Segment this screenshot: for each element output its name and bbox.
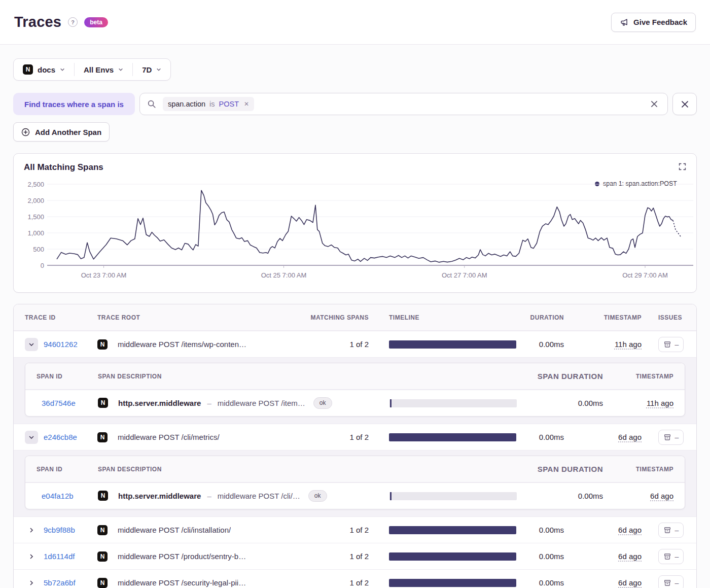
trace-timestamp[interactable]: 6d ago — [618, 526, 642, 534]
span-column-header-span-duration: SPAN DURATION — [520, 372, 616, 381]
trace-id-link[interactable]: 94601262 — [44, 340, 78, 349]
trace-root-cell: Nmiddleware POST /cli/metrics/ — [97, 432, 280, 442]
trace-id-cell: e246cb8e — [14, 431, 97, 444]
give-feedback-label: Give Feedback — [633, 18, 687, 26]
issues-cell: – — [650, 337, 697, 352]
chart-line-dashed-tail — [673, 220, 681, 236]
span-column-header-span-id: SPAN ID — [25, 373, 98, 380]
trace-row: 9cb9f88bNmiddleware POST /cli/installati… — [14, 516, 696, 543]
give-feedback-button[interactable]: Give Feedback — [611, 13, 696, 32]
span-search-input[interactable]: span.action is POST ✕ — [139, 93, 668, 115]
chevron-down-icon — [28, 434, 34, 440]
filter-token-value: POST — [219, 100, 239, 108]
all-matching-spans-panel: All Matching Spans span 1: span.action:P… — [13, 153, 697, 293]
span-table: SPAN IDSPAN DESCRIPTIONSPAN DURATIONTIME… — [25, 456, 685, 509]
span-row: 36d7546eNhttp.server.middleware–middlewa… — [25, 390, 685, 416]
timestamp-cell: 6d ago — [574, 526, 650, 535]
span-id-link[interactable]: e04fa12b — [42, 492, 74, 500]
timeline-bar — [389, 433, 516, 441]
trace-row: 1d6114dfNmiddleware POST /product/sentry… — [14, 543, 696, 569]
chevron-right-icon — [28, 554, 34, 560]
issues-button[interactable]: – — [658, 523, 684, 538]
trace-id-link[interactable]: 9cb9f88b — [44, 526, 75, 534]
trace-id-link[interactable]: 5b72a6bf — [44, 578, 76, 587]
trace-table-header: TRACE IDTRACE ROOTMATCHING SPANSTIMELINE… — [14, 304, 696, 331]
span-column-header-span-id: SPAN ID — [25, 466, 98, 473]
add-another-span-button[interactable]: Add Another Span — [13, 122, 110, 142]
environment-selector[interactable]: All Envs — [75, 59, 132, 80]
timeline-cell — [369, 340, 521, 349]
separator-dash: – — [207, 399, 211, 407]
issues-button[interactable]: – — [658, 337, 684, 352]
help-icon[interactable]: ? — [68, 17, 78, 27]
trace-timestamp[interactable]: 6d ago — [618, 552, 642, 561]
clear-search-button[interactable] — [648, 98, 660, 110]
span-status-badge: ok — [308, 490, 327, 501]
expand-trace-button[interactable] — [25, 576, 38, 588]
trace-root-text: middleware POST /items/wp-conten… — [118, 340, 246, 349]
trace-root-cell: Nmiddleware POST /items/wp-conten… — [97, 339, 280, 350]
span-timestamp[interactable]: 11h ago — [647, 399, 673, 407]
trace-row: 94601262Nmiddleware POST /items/wp-conte… — [14, 331, 696, 357]
trace-id-link[interactable]: 1d6114df — [44, 552, 75, 561]
chevron-right-icon — [28, 527, 34, 533]
span-id-link[interactable]: 36d7546e — [42, 399, 76, 407]
project-selector[interactable]: N docs — [14, 59, 74, 80]
column-header-trace-id: TRACE ID — [14, 314, 97, 321]
expand-chart-button[interactable] — [677, 161, 688, 172]
megaphone-icon — [620, 18, 629, 27]
date-range-selector[interactable]: 7D — [133, 59, 170, 80]
trace-root-text: middleware POST /security-legal-pii… — [118, 578, 246, 587]
fullscreen-icon — [679, 163, 686, 170]
filter-token[interactable]: span.action is POST ✕ — [163, 97, 254, 111]
collapse-trace-button[interactable] — [25, 338, 38, 351]
x-axis-tick-label: Oct 23 7:00 AM — [81, 271, 127, 279]
duration-value: 0.00ms — [521, 340, 574, 349]
y-axis-tick-label: 1,000 — [27, 229, 44, 237]
trace-timestamp[interactable]: 11h ago — [615, 340, 642, 349]
span-timestamp[interactable]: 6d ago — [650, 492, 673, 500]
issues-button[interactable]: – — [658, 430, 684, 445]
span-row: e04fa12bNhttp.server.middleware–middlewa… — [25, 482, 685, 509]
expand-trace-button[interactable] — [25, 550, 38, 563]
span-timeline-cell — [366, 492, 520, 500]
timestamp-cell: 6d ago — [574, 433, 650, 442]
span-column-header-timestamp: TIMESTAMP — [616, 373, 685, 380]
issues-box-icon — [663, 579, 671, 587]
trace-root-cell: Nmiddleware POST /product/sentry-b… — [97, 551, 280, 562]
remove-span-filter-button[interactable] — [672, 93, 697, 115]
trace-row: e246cb8eNmiddleware POST /cli/metrics/1 … — [14, 424, 696, 450]
chevron-down-icon — [118, 67, 123, 72]
column-header-trace-root: TRACE ROOT — [97, 314, 280, 321]
timestamp-cell: 11h ago — [574, 340, 650, 349]
trace-timestamp[interactable]: 6d ago — [618, 578, 642, 587]
platform-icon: N — [98, 491, 108, 501]
environment-selector-label: All Envs — [84, 65, 114, 74]
project-platform-icon: N — [23, 64, 33, 75]
spans-chart-svg: 05001,0001,5002,0002,500Oct 23 7:00 AMOc… — [14, 177, 697, 284]
span-timeline-marker — [390, 492, 392, 500]
page-title: Traces — [14, 14, 61, 30]
remove-token-icon[interactable]: ✕ — [244, 100, 249, 108]
trace-id-link[interactable]: e246cb8e — [44, 433, 77, 441]
duration-value: 0.00ms — [521, 433, 574, 441]
span-description-text: middleware POST /cli/… — [218, 492, 300, 500]
x-axis-tick-label: Oct 29 7:00 AM — [622, 271, 668, 279]
expand-trace-button[interactable] — [25, 524, 38, 537]
close-icon — [650, 100, 658, 108]
issues-empty-dash: – — [675, 340, 679, 349]
duration-value: 0.00ms — [521, 552, 574, 561]
trace-id-cell: 5b72a6bf — [14, 576, 97, 588]
trace-timestamp[interactable]: 6d ago — [618, 433, 642, 441]
chevron-down-icon — [28, 341, 34, 348]
duration-value: 0.00ms — [521, 578, 574, 587]
collapse-trace-button[interactable] — [25, 431, 38, 444]
issues-cell: – — [650, 430, 697, 445]
span-description-cell: Nhttp.server.middleware–middleware POST … — [98, 397, 366, 408]
span-table-header: SPAN IDSPAN DESCRIPTIONSPAN DURATIONTIME… — [25, 363, 685, 390]
issues-button[interactable]: – — [658, 549, 684, 564]
span-timeline-track — [389, 492, 517, 500]
issues-button[interactable]: – — [658, 575, 684, 588]
span-column-header-span-description: SPAN DESCRIPTION — [98, 373, 366, 380]
span-operation: http.server.middleware — [118, 492, 201, 500]
